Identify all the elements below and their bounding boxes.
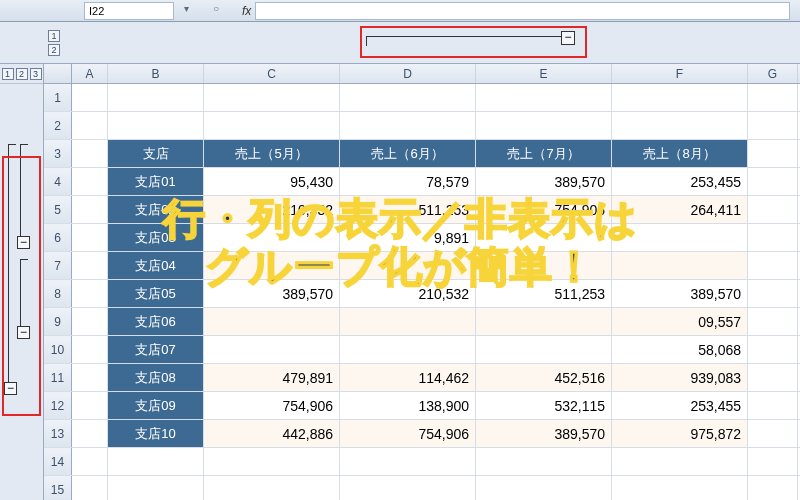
- table-cell[interactable]: 253,455: [612, 392, 748, 419]
- row-group-collapse-outer[interactable]: −: [4, 382, 17, 395]
- row-group-bracket-outer: [8, 144, 16, 384]
- table-cell[interactable]: [204, 252, 340, 279]
- table-cell[interactable]: 58,068: [612, 336, 748, 363]
- table-cell[interactable]: 支店03: [108, 224, 204, 251]
- cancel-formula-icon[interactable]: ○: [208, 3, 224, 19]
- table-cell[interactable]: [476, 252, 612, 279]
- table-cell[interactable]: 78,579: [340, 168, 476, 195]
- row-header[interactable]: 7: [44, 252, 72, 279]
- table-cell[interactable]: 支店08: [108, 364, 204, 391]
- table-cell[interactable]: 114,462: [340, 364, 476, 391]
- col-header-D[interactable]: D: [340, 64, 476, 83]
- row-header[interactable]: 14: [44, 448, 72, 475]
- table-cell[interactable]: 532,115: [476, 392, 612, 419]
- column-group-collapse-button[interactable]: −: [561, 31, 575, 45]
- name-box-dropdown-icon[interactable]: ▾: [178, 3, 194, 19]
- table-cell[interactable]: [476, 308, 612, 335]
- col-header-A[interactable]: A: [72, 64, 108, 83]
- row-header[interactable]: 6: [44, 224, 72, 251]
- table-cell[interactable]: 389,570: [476, 168, 612, 195]
- table-cell[interactable]: 支店01: [108, 168, 204, 195]
- row-header[interactable]: 2: [44, 112, 72, 139]
- table-cell[interactable]: 452,516: [476, 364, 612, 391]
- row-header[interactable]: 10: [44, 336, 72, 363]
- row-header[interactable]: 12: [44, 392, 72, 419]
- table-cell[interactable]: 442,886: [204, 420, 340, 447]
- col-header-C[interactable]: C: [204, 64, 340, 83]
- table-cell[interactable]: 95,430: [204, 168, 340, 195]
- table-cell[interactable]: [476, 224, 612, 251]
- column-headers: A B C D E F G: [44, 64, 800, 84]
- table-cell[interactable]: 511,253: [476, 280, 612, 307]
- table-cell[interactable]: 支店06: [108, 308, 204, 335]
- table-cell[interactable]: 389,570: [612, 280, 748, 307]
- row-level-1-button[interactable]: 1: [2, 68, 14, 80]
- row-group-bracket-1: [20, 144, 28, 239]
- table-cell[interactable]: 支店02: [108, 196, 204, 223]
- table-header-branch: 支店: [108, 140, 204, 167]
- row-group-collapse-1[interactable]: −: [17, 236, 30, 249]
- row-header[interactable]: 8: [44, 280, 72, 307]
- row-header[interactable]: 4: [44, 168, 72, 195]
- table-cell[interactable]: [204, 308, 340, 335]
- row-outline-area: 1 2 3 − − −: [0, 64, 44, 500]
- col-header-G[interactable]: G: [748, 64, 798, 83]
- column-group-bracket: [366, 36, 562, 46]
- table-cell[interactable]: [612, 224, 748, 251]
- table-cell[interactable]: [476, 336, 612, 363]
- col-header-F[interactable]: F: [612, 64, 748, 83]
- row-group-collapse-2[interactable]: −: [17, 326, 30, 339]
- row-header[interactable]: 13: [44, 420, 72, 447]
- table-cell[interactable]: 479,891: [204, 364, 340, 391]
- table-cell[interactable]: 支店04: [108, 252, 204, 279]
- table-cell[interactable]: 975,872: [612, 420, 748, 447]
- table-cell[interactable]: 支店10: [108, 420, 204, 447]
- table-cell[interactable]: 754,906: [476, 196, 612, 223]
- table-cell[interactable]: 754,906: [340, 420, 476, 447]
- fx-label[interactable]: fx: [242, 4, 251, 18]
- row-group-bracket-2: [20, 259, 28, 329]
- table-cell[interactable]: [340, 252, 476, 279]
- col-header-B[interactable]: B: [108, 64, 204, 83]
- table-cell[interactable]: 939,083: [612, 364, 748, 391]
- table-cell[interactable]: 253,455: [612, 168, 748, 195]
- row-header[interactable]: 15: [44, 476, 72, 500]
- row-header[interactable]: 1: [44, 84, 72, 111]
- name-box[interactable]: I22: [84, 2, 174, 20]
- table-header-may: 売上（5月）: [204, 140, 340, 167]
- table-cell[interactable]: 9,891: [340, 224, 476, 251]
- table-cell[interactable]: 138,900: [340, 392, 476, 419]
- table-header-jun: 売上（6月）: [340, 140, 476, 167]
- row-level-2-button[interactable]: 2: [16, 68, 28, 80]
- table-cell[interactable]: 支店05: [108, 280, 204, 307]
- row-header[interactable]: 5: [44, 196, 72, 223]
- formula-input[interactable]: [255, 2, 790, 20]
- row-level-3-button[interactable]: 3: [30, 68, 42, 80]
- table-cell[interactable]: 264,411: [612, 196, 748, 223]
- row-header[interactable]: 9: [44, 308, 72, 335]
- table-cell[interactable]: 754,906: [204, 392, 340, 419]
- col-level-2-button[interactable]: 2: [48, 44, 60, 56]
- col-level-1-button[interactable]: 1: [48, 30, 60, 42]
- table-cell[interactable]: 389,570: [476, 420, 612, 447]
- table-cell[interactable]: [340, 308, 476, 335]
- row-header[interactable]: 3: [44, 140, 72, 167]
- table-cell[interactable]: [204, 336, 340, 363]
- table-cell[interactable]: 支店07: [108, 336, 204, 363]
- table-header-aug: 売上（8月）: [612, 140, 748, 167]
- table-cell[interactable]: 389,570: [204, 280, 340, 307]
- table-cell[interactable]: 511,253: [340, 196, 476, 223]
- col-header-E[interactable]: E: [476, 64, 612, 83]
- column-outline-levels: 1 2: [0, 22, 64, 63]
- table-cell[interactable]: [340, 336, 476, 363]
- spreadsheet-grid[interactable]: A B C D E F G 1 2 3 支店 売上（5月） 売上（6月） 売上（…: [44, 64, 800, 500]
- table-cell[interactable]: 210,532: [204, 196, 340, 223]
- table-cell[interactable]: 支店09: [108, 392, 204, 419]
- table-cell[interactable]: [204, 224, 340, 251]
- table-cell[interactable]: 09,557: [612, 308, 748, 335]
- table-cell[interactable]: [612, 252, 748, 279]
- table-cell[interactable]: 210,532: [340, 280, 476, 307]
- row-header[interactable]: 11: [44, 364, 72, 391]
- formula-bar: I22 ▾ ○ fx: [0, 0, 800, 22]
- select-all-corner[interactable]: [44, 64, 72, 83]
